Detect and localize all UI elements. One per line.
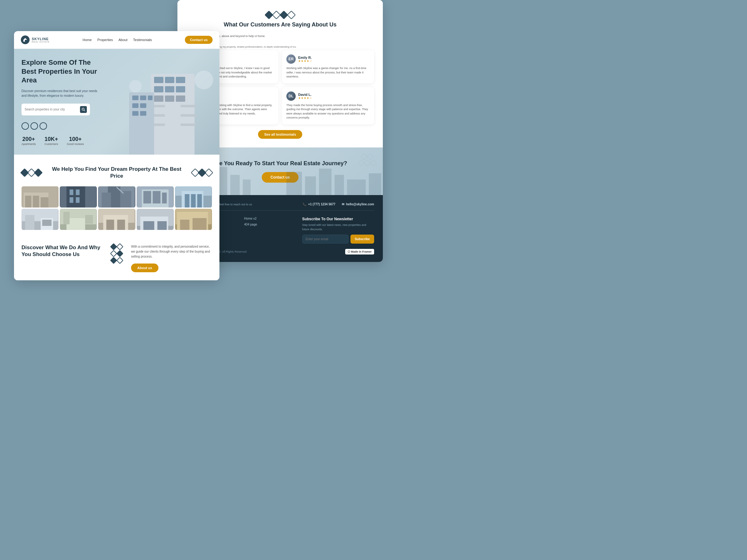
- discover-diamond-4: [117, 250, 124, 257]
- left-window: SKYLINE REAL ESTATE Home Properties Abou…: [14, 31, 220, 280]
- footer-contact-items: 📞 +1 (777) 1234 5677 ✉ hello@skyline.com: [303, 203, 374, 206]
- svg-rect-24: [132, 103, 138, 108]
- svg-rect-92: [243, 180, 251, 195]
- about-us-button[interactable]: About us: [131, 264, 158, 272]
- stat-num-apartments: 200+: [22, 136, 36, 142]
- svg-rect-93: [286, 172, 302, 195]
- svg-rect-40: [76, 197, 80, 203]
- svg-rect-11: [154, 96, 163, 102]
- discover-description: With a commitment to integrity, and pers…: [131, 244, 212, 259]
- property-image-2[interactable]: [60, 186, 97, 208]
- svg-line-3: [84, 110, 85, 111]
- stat-label-reviews: Good reviews: [67, 142, 84, 145]
- svg-rect-55: [191, 194, 196, 208]
- svg-rect-54: [185, 194, 189, 208]
- hero-content: Explore Some Of The Best Properties In Y…: [22, 58, 102, 153]
- svg-rect-95: [319, 169, 332, 195]
- property-image-4[interactable]: [137, 186, 174, 208]
- email-icon: ✉: [342, 203, 344, 206]
- svg-rect-70: [106, 220, 114, 230]
- search-input[interactable]: [25, 108, 77, 111]
- svg-rect-65: [63, 212, 70, 224]
- framer-icon: ⬡: [348, 250, 350, 253]
- stat-num-customers: 10K+: [45, 136, 58, 142]
- testimonial-header-david: DL David L. ★★★★☆: [286, 91, 370, 101]
- footer-links-col2: Home v2 404 page: [244, 217, 296, 244]
- svg-rect-0: [23, 40, 25, 42]
- svg-rect-25: [140, 103, 146, 108]
- discover-icon-group-top: [111, 244, 122, 249]
- section-icon-left: [22, 169, 42, 176]
- discover-diamond-6: [117, 257, 124, 264]
- svg-rect-81: [192, 218, 206, 230]
- svg-rect-59: [25, 215, 34, 230]
- svg-rect-10: [176, 86, 185, 92]
- nav-links: Home Properties About Testimonials: [82, 38, 152, 42]
- svg-rect-21: [132, 96, 138, 100]
- svg-rect-50: [162, 193, 166, 204]
- made-in-framer-badge: ⬡ Made in Framer: [345, 249, 374, 255]
- top-diamond-4: [287, 10, 296, 19]
- discover-icon-group-third: [111, 258, 122, 263]
- property-interior-2[interactable]: [60, 209, 97, 230]
- stat-num-reviews: 100+: [67, 136, 84, 142]
- find-section: We Help You Find Your Dream Property At …: [14, 155, 220, 236]
- subscribe-button[interactable]: Subscribe: [351, 235, 374, 244]
- newsletter-email-input[interactable]: [302, 235, 349, 244]
- nav-testimonials[interactable]: Testimonials: [133, 38, 152, 42]
- svg-point-29: [129, 80, 141, 92]
- stats-row: 200+ Apartments 10K+ Customers 100+ Good…: [22, 136, 102, 153]
- hero-description: Discover premium residences that best su…: [22, 89, 102, 98]
- footer-link-home-v2[interactable]: Home v2: [244, 217, 296, 220]
- property-interior-1[interactable]: [22, 209, 58, 230]
- property-interior-5[interactable]: [175, 209, 212, 230]
- svg-rect-43: [102, 193, 111, 208]
- hero-title: Explore Some Of The Best Properties In Y…: [22, 58, 102, 85]
- testimonial-header-emily: ER Emily R. ★★★★☆: [286, 54, 370, 64]
- phone-icon: 📞: [303, 203, 306, 206]
- discover-diamond-1: [110, 243, 117, 250]
- email-address: hello@skyline.com: [346, 203, 374, 206]
- stat-circle-1: [22, 122, 29, 130]
- navbar: SKYLINE REAL ESTATE Home Properties Abou…: [14, 31, 220, 49]
- svg-rect-98: [369, 173, 381, 195]
- logo-icon: [21, 35, 30, 44]
- avatar-david: DL: [286, 91, 296, 101]
- svg-rect-94: [305, 177, 316, 195]
- svg-rect-75: [143, 221, 154, 230]
- property-images-bottom: [22, 209, 212, 230]
- svg-rect-56: [197, 194, 202, 208]
- property-interior-4[interactable]: [137, 209, 174, 230]
- svg-rect-80: [180, 220, 189, 230]
- property-image-3[interactable]: [98, 186, 135, 208]
- svg-rect-91: [230, 175, 240, 195]
- stats-icons: [22, 122, 102, 130]
- property-image-1[interactable]: [22, 186, 58, 208]
- footer-link-404[interactable]: 404 page: [244, 223, 296, 226]
- see-all-button[interactable]: See all testimonials: [258, 130, 302, 139]
- property-images-top: [22, 186, 212, 208]
- property-interior-3[interactable]: [98, 209, 135, 230]
- nav-about[interactable]: About: [119, 38, 128, 42]
- svg-rect-71: [117, 220, 125, 230]
- property-image-5[interactable]: [175, 186, 212, 208]
- svg-rect-76: [157, 221, 166, 230]
- brand-name: SKYLINE: [32, 37, 50, 41]
- search-box: [22, 104, 90, 115]
- nav-contact-button[interactable]: Contact us: [185, 36, 212, 44]
- stat-circle-3: [40, 122, 47, 130]
- nav-properties[interactable]: Properties: [97, 38, 113, 42]
- search-button[interactable]: [80, 106, 87, 113]
- nav-home[interactable]: Home: [82, 38, 92, 42]
- diamond-icon-3: [34, 168, 43, 177]
- svg-rect-23: [148, 96, 153, 100]
- svg-rect-27: [140, 111, 146, 116]
- svg-rect-5: [154, 77, 163, 83]
- stat-label-apartments: Apartments: [22, 142, 36, 145]
- hero-section: Explore Some Of The Best Properties In Y…: [14, 49, 220, 155]
- newsletter-form: Subscribe: [302, 235, 374, 244]
- svg-rect-66: [85, 215, 93, 224]
- svg-rect-39: [70, 197, 74, 203]
- testimonial-text-david: They made the home buying process smooth…: [286, 103, 370, 120]
- testimonials-title: What Our Customers Are Saying About Us: [186, 21, 374, 28]
